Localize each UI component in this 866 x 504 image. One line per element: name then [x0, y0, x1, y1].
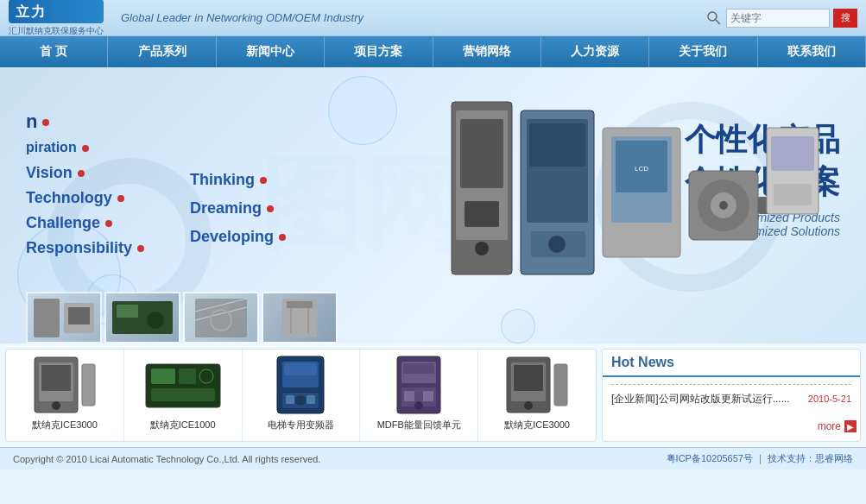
- svg-rect-25: [771, 136, 814, 171]
- thumb-4[interactable]: [262, 292, 338, 343]
- hero-text-mid: Thinking Dreaming Developing: [190, 171, 286, 256]
- svg-rect-48: [179, 369, 196, 384]
- thumb-2[interactable]: [104, 292, 180, 343]
- hero-text-left: n piration Vision Technology Challenge R…: [26, 110, 144, 264]
- thumb-3[interactable]: [183, 292, 259, 343]
- product-label-3: 电梯专用变频器: [268, 419, 334, 432]
- svg-point-8: [475, 242, 489, 255]
- footer-copyright: Copyright © 2010 Licai Automatic Technol…: [13, 454, 320, 464]
- product-thumb-4: [371, 355, 466, 415]
- product-item-1[interactable]: 默纳克ICE3000: [6, 350, 124, 441]
- hot-news-panel: Hot News [企业新闻]公司网站改版更新试运行...... 2010-5-…: [602, 349, 861, 442]
- svg-rect-27: [34, 299, 60, 337]
- svg-rect-63: [404, 391, 414, 401]
- footer-icp: 粤ICP备10205657号 ｜ 技术支持：思睿网络: [667, 452, 853, 465]
- news-item-1: [企业新闻]公司网站改版更新试运行...... 2010-5-21: [611, 392, 851, 406]
- news-divider: [611, 384, 851, 385]
- product-item-2[interactable]: 默纳克ICE1000: [124, 350, 243, 441]
- search-area: 搜: [705, 9, 857, 28]
- product-showcase: 默纳克ICE3000 默纳克ICE1000: [5, 349, 597, 442]
- product-label-2: 默纳克ICE1000: [150, 419, 216, 432]
- product-thumb-2: [136, 355, 231, 415]
- svg-line-1: [716, 20, 720, 24]
- svg-point-22: [719, 201, 728, 210]
- product-thumb-1: [17, 355, 112, 415]
- hero-word-dreaming: Dreaming: [190, 199, 286, 217]
- search-input[interactable]: [726, 9, 830, 28]
- search-icon: [705, 9, 723, 27]
- hot-news-header: Hot News: [603, 350, 860, 377]
- news-date-1: 2010-5-21: [808, 394, 851, 404]
- nav-item-projects[interactable]: 项目方案: [325, 36, 433, 67]
- logo-area: 立力 汇川默纳克联保服务中心: [9, 0, 104, 37]
- svg-rect-69: [554, 364, 567, 406]
- svg-rect-67: [514, 365, 543, 391]
- svg-rect-7: [460, 119, 503, 188]
- product-items: 默纳克ICE3000 默纳克ICE1000: [6, 350, 596, 441]
- svg-rect-57: [307, 395, 315, 404]
- hero-word-responsibility: Responsibility: [26, 239, 144, 257]
- news-text-1: [企业新闻]公司网站改版更新试运行......: [611, 392, 801, 406]
- main-navigation: 首 页 产品系列 新闻中心 项目方案 营销网络 人力资源 关于我们 联系我们: [0, 36, 866, 67]
- svg-rect-47: [151, 369, 175, 384]
- svg-rect-56: [286, 395, 294, 404]
- svg-rect-40: [287, 301, 313, 308]
- svg-point-68: [524, 401, 533, 410]
- thumb-1[interactable]: [26, 292, 102, 343]
- svg-point-0: [708, 12, 717, 21]
- logo-subtitle: 汇川默纳克联保服务中心: [9, 25, 104, 37]
- more-link[interactable]: more ▶: [603, 419, 860, 434]
- product-thumb-5: [490, 355, 585, 415]
- more-arrow-icon: ▶: [844, 420, 857, 432]
- footer: Copyright © 2010 Licai Automatic Technol…: [0, 447, 866, 469]
- svg-rect-9: [465, 201, 499, 227]
- hot-news-title: Hot News: [611, 355, 674, 370]
- nav-item-products[interactable]: 产品系列: [108, 36, 216, 67]
- product-label-1: 默纳克ICE3000: [32, 419, 98, 432]
- svg-rect-43: [41, 365, 71, 391]
- more-label: more: [818, 420, 841, 432]
- logo-image: 立力: [9, 0, 104, 23]
- nav-item-marketing[interactable]: 营销网络: [433, 36, 541, 67]
- svg-point-55: [295, 395, 306, 406]
- svg-rect-53: [284, 363, 317, 375]
- svg-point-50: [199, 369, 213, 383]
- product-item-4[interactable]: MDFB能量回馈单元: [360, 350, 478, 441]
- nav-item-home[interactable]: 首 页: [0, 36, 108, 67]
- svg-rect-49: [151, 388, 215, 401]
- svg-rect-64: [423, 391, 433, 401]
- svg-point-44: [52, 401, 60, 410]
- header: 立力 汇川默纳克联保服务中心 Global Leader in Networki…: [0, 0, 866, 36]
- hero-word-developing: Developing: [190, 228, 286, 246]
- nav-item-about[interactable]: 关于我们: [649, 36, 757, 67]
- hero-word-challenge: Challenge: [26, 214, 144, 232]
- svg-rect-31: [117, 305, 138, 318]
- hero-word-thinking: Thinking: [190, 171, 286, 189]
- svg-text:图网: 图网: [259, 146, 466, 261]
- svg-point-62: [414, 401, 423, 410]
- product-label-5: 默纳克ICE3000: [504, 419, 570, 432]
- nav-item-hr[interactable]: 人力资源: [541, 36, 649, 67]
- product-item-5[interactable]: 默纳克ICE3000: [478, 350, 596, 441]
- hero-word-vision: Vision: [26, 164, 144, 182]
- svg-rect-45: [82, 364, 95, 406]
- svg-rect-29: [68, 307, 90, 324]
- main-content: 默纳克ICE3000 默纳克ICE1000: [0, 343, 866, 447]
- svg-text:LCD: LCD: [635, 165, 648, 173]
- svg-point-14: [548, 236, 566, 253]
- product-thumb-3: [253, 355, 348, 415]
- svg-rect-12: [529, 123, 585, 167]
- search-button[interactable]: 搜: [833, 9, 857, 28]
- thumbnail-strip: [26, 292, 338, 343]
- hero-banner: 图网 n piration Vision Technology Challeng…: [0, 67, 866, 343]
- svg-rect-60: [403, 363, 434, 374]
- hero-product-display: LCD: [443, 85, 823, 292]
- tagline: Global Leader in Networking ODM/OEM Indu…: [121, 11, 705, 24]
- hot-news-content: [企业新闻]公司网站改版更新试运行...... 2010-5-21: [603, 377, 860, 419]
- svg-rect-26: [774, 184, 812, 205]
- nav-item-news[interactable]: 新闻中心: [217, 36, 325, 67]
- product-label-4: MDFB能量回馈单元: [377, 419, 461, 432]
- product-item-3[interactable]: 电梯专用变频器: [243, 350, 361, 441]
- svg-point-32: [147, 312, 164, 329]
- nav-item-contact[interactable]: 联系我们: [758, 36, 866, 67]
